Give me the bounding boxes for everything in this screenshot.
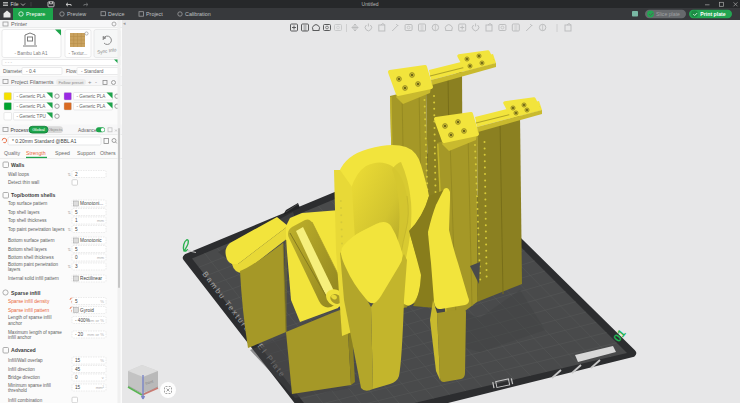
svg-text:45: 45	[75, 367, 81, 372]
svg-text:- 20: - 20	[75, 332, 83, 337]
svg-text:Top surface pattern: Top surface pattern	[8, 201, 48, 206]
svg-text:Bottom paint penetration: Bottom paint penetration	[8, 262, 58, 267]
svg-text:Advanced: Advanced	[11, 347, 36, 353]
svg-text:- Generic PLA: - Generic PLA	[77, 104, 107, 109]
svg-text:Slice plate: Slice plate	[656, 11, 680, 17]
svg-text:Speed: Speed	[55, 150, 70, 156]
svg-text:infill anchor: infill anchor	[8, 335, 32, 340]
svg-text:Diameter: Diameter	[3, 69, 23, 74]
svg-text:Top shell layers: Top shell layers	[8, 210, 40, 215]
svg-text:Infill/Wall overlap: Infill/Wall overlap	[8, 358, 43, 363]
svg-text:Strength: Strength	[26, 150, 46, 156]
svg-text:Rectilinear: Rectilinear	[80, 276, 103, 281]
svg-text:Others: Others	[100, 150, 116, 156]
svg-text:Prepare: Prepare	[26, 11, 45, 17]
svg-text:Follow preset: Follow preset	[59, 80, 85, 85]
svg-text:Bottom shell thickness: Bottom shell thickness	[8, 255, 54, 260]
svg-text:0: 0	[75, 375, 78, 380]
svg-text:layers: layers	[8, 267, 21, 272]
svg-text:File: File	[11, 1, 19, 7]
svg-text:Minimum sparse infill: Minimum sparse infill	[8, 383, 51, 388]
svg-text:Top shell thickness: Top shell thickness	[8, 218, 47, 223]
svg-text:Length of sparse infill: Length of sparse infill	[8, 315, 51, 320]
svg-text:- Generic PLA: - Generic PLA	[17, 104, 47, 109]
svg-text:mm: mm	[97, 255, 104, 260]
svg-text:Flow:: Flow:	[66, 69, 77, 74]
svg-text:%: %	[100, 299, 104, 304]
svg-text:Device: Device	[108, 11, 124, 17]
svg-text:Maximum length of sparse: Maximum length of sparse	[8, 330, 62, 335]
svg-text:Calibration: Calibration	[185, 11, 211, 17]
svg-text:5: 5	[75, 247, 78, 252]
svg-text:+: +	[88, 79, 92, 85]
svg-text:15: 15	[75, 358, 81, 363]
svg-text:Global: Global	[32, 127, 45, 132]
svg-text:0: 0	[75, 255, 78, 260]
svg-text:Process: Process	[11, 127, 30, 133]
svg-text:Top/bottom shells: Top/bottom shells	[11, 192, 55, 198]
svg-text:anchor: anchor	[8, 321, 23, 326]
svg-text:Sparse infill pattern: Sparse infill pattern	[8, 308, 49, 313]
svg-text:mm or %: mm or %	[87, 318, 104, 323]
svg-text:5: 5	[75, 227, 78, 232]
svg-text:1: 1	[75, 218, 78, 223]
svg-text:Bottom surface pattern: Bottom surface pattern	[8, 238, 55, 243]
svg-text:Preview: Preview	[67, 11, 86, 17]
svg-text:Internal solid infill pattern: Internal solid infill pattern	[8, 276, 59, 281]
svg-text:Gyroid: Gyroid	[80, 308, 94, 313]
svg-text:Infill combination: Infill combination	[8, 398, 43, 403]
svg-text:Wall loops: Wall loops	[8, 172, 30, 177]
svg-text:Monotonic: Monotonic	[80, 238, 102, 243]
svg-text:Sparse infill density: Sparse infill density	[8, 299, 50, 304]
svg-text:Print plate: Print plate	[700, 11, 725, 17]
svg-text:Monotoni...: Monotoni...	[80, 201, 103, 206]
svg-text:3: 3	[75, 264, 78, 269]
svg-text:mm²: mm²	[96, 385, 105, 390]
svg-text:-: -	[95, 79, 97, 85]
svg-text:- Bambu Lab A1: - Bambu Lab A1	[15, 51, 48, 56]
svg-text:- - -: - - -	[5, 60, 12, 65]
svg-text:2: 2	[75, 172, 78, 177]
svg-text:Detect thin wall: Detect thin wall	[8, 180, 39, 185]
svg-text:- Standard: - Standard	[81, 69, 104, 74]
svg-text:- Generic TPU: - Generic TPU	[17, 114, 46, 119]
svg-text:Walls: Walls	[11, 162, 24, 168]
svg-text:%: %	[100, 358, 104, 363]
svg-text:- Generic PLA: - Generic PLA	[77, 94, 107, 99]
svg-text:mm: mm	[97, 218, 104, 223]
svg-text:Support: Support	[77, 150, 96, 156]
svg-text:Infill direction: Infill direction	[8, 367, 35, 372]
svg-text:Untitled: Untitled	[362, 1, 379, 7]
svg-text:5: 5	[75, 299, 78, 304]
svg-text:Objects: Objects	[48, 127, 64, 132]
svg-text:15: 15	[75, 385, 81, 390]
svg-text:Project: Project	[146, 11, 163, 17]
svg-text:Bridge direction: Bridge direction	[8, 375, 40, 380]
svg-text:- 0.4: - 0.4	[26, 69, 36, 74]
svg-text:Bottom shell layers: Bottom shell layers	[8, 247, 48, 252]
svg-text:Sparse infill: Sparse infill	[11, 290, 41, 296]
svg-text:* 0.20mm Standard @BBL A1: * 0.20mm Standard @BBL A1	[12, 139, 77, 144]
svg-text:- Generic PLA: - Generic PLA	[17, 94, 47, 99]
svg-text:Top paint penetration layers: Top paint penetration layers	[8, 227, 65, 232]
svg-text:threshold: threshold	[8, 388, 27, 393]
svg-text:5: 5	[75, 210, 78, 215]
svg-text:- Textur...: - Textur...	[69, 51, 88, 56]
svg-text:Quality: Quality	[4, 150, 21, 156]
svg-text:mm or %: mm or %	[87, 332, 104, 337]
svg-text:Project Filaments: Project Filaments	[11, 79, 54, 85]
